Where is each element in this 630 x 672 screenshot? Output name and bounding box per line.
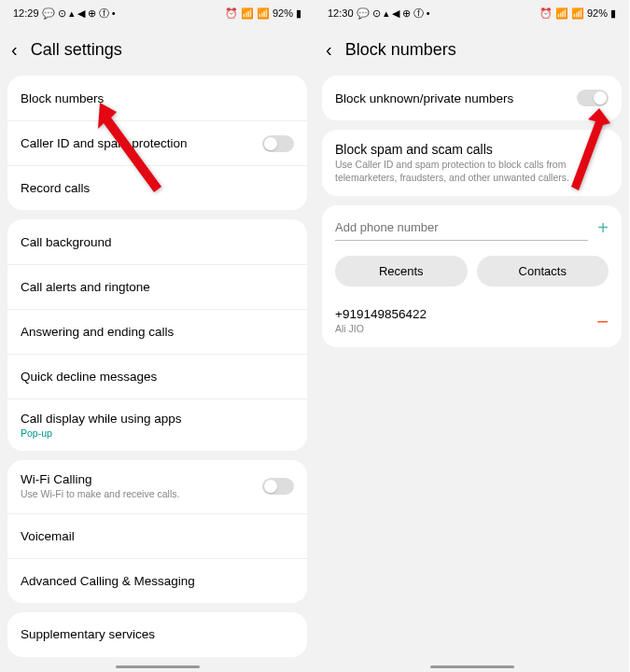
contacts-button[interactable]: Contacts [477,256,609,287]
caller-id-toggle[interactable] [262,135,294,152]
call-background-item[interactable]: Call background [7,219,307,264]
back-icon[interactable]: ‹ [11,39,18,61]
status-bar: 12:30💬 ⊙ ▴ ◀ ⊕ ⓕ • ⏰ 📶 📶92%▮ [315,0,629,26]
call-alerts-item[interactable]: Call alerts and ringtone [7,264,307,309]
voicemail-item[interactable]: Voicemail [7,513,307,558]
block-numbers-item[interactable]: Block numbers [7,76,307,120]
add-icon[interactable]: + [597,217,609,239]
back-icon[interactable]: ‹ [326,39,332,61]
block-spam-item[interactable]: Block spam and scam callsUse Caller ID a… [322,130,622,196]
quick-decline-item[interactable]: Quick decline messages [7,354,307,399]
recents-button[interactable]: Recents [335,256,468,287]
remove-icon[interactable]: − [596,310,609,334]
phone-input[interactable] [335,215,588,241]
answering-item[interactable]: Answering and ending calls [7,309,307,354]
page-title: Block numbers [345,40,456,60]
home-indicator[interactable] [430,665,514,668]
caller-id-item[interactable]: Caller ID and spam protection [7,120,307,165]
home-indicator[interactable] [116,665,200,668]
call-display-item[interactable]: Call display while using appsPop-up [7,399,307,451]
wifi-calling-item[interactable]: Wi-Fi CallingUse Wi-Fi to make and recei… [7,460,307,513]
wifi-calling-toggle[interactable] [262,478,294,495]
status-bar: 12:29💬 ⊙ ▴ ◀ ⊕ ⓕ • ⏰ 📶 📶92%▮ [0,0,315,26]
block-unknown-item[interactable]: Block unknown/private numbers [322,76,622,120]
advanced-calling-item[interactable]: Advanced Calling & Messaging [7,558,307,603]
page-title: Call settings [31,40,122,60]
supplementary-item[interactable]: Supplementary services [7,612,307,657]
record-calls-item[interactable]: Record calls [7,165,307,210]
blocked-number-row[interactable]: +919149856422Ali JIO − [322,296,622,347]
block-unknown-toggle[interactable] [577,90,609,106]
